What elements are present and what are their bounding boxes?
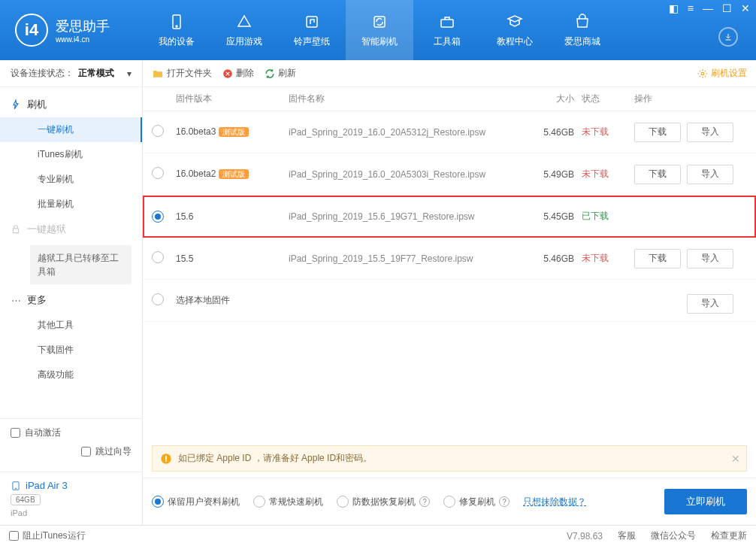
app-header: i4 爱思助手 www.i4.cn 我的设备 应用游戏 铃声壁纸 智能刷机 工具… [0,0,756,60]
sidebar-item-quickflash[interactable]: 一键刷机 [0,117,142,142]
import-local-button[interactable]: 导入 [687,294,733,314]
sidebar-item-itunes[interactable]: iTunes刷机 [0,142,142,167]
firmware-row[interactable]: 15.5 iPad_Spring_2019_15.5_19F77_Restore… [143,238,756,280]
nav-flash[interactable]: 智能刷机 [346,0,413,60]
svg-point-1 [176,26,177,27]
firmware-row[interactable]: 16.0beta2测试版 iPad_Spring_2019_16.0_20A53… [143,153,756,196]
svg-rect-4 [441,20,453,27]
flash-settings-button[interactable]: 刷机设置 [697,67,747,80]
theme-icon[interactable]: ◧ [669,3,679,14]
footer-wechat[interactable]: 微信公众号 [651,529,696,542]
auto-activate-checkbox[interactable]: 自动激活 [11,426,132,439]
import-button[interactable]: 导入 [687,123,733,142]
minimize-icon[interactable]: — [703,3,713,14]
main-panel: 打开文件夹 删除 刷新 刷机设置 固件版本 固件名称 大小 状态 操作 16.0… [143,60,756,525]
skip-guide-checkbox[interactable]: 跳过向导 [81,445,132,458]
nav-apps[interactable]: 应用游戏 [210,0,278,60]
help-icon[interactable]: ? [499,496,510,507]
flash-now-button[interactable]: 立即刷机 [664,489,747,514]
version-label: V7.98.63 [567,531,603,541]
footer-support[interactable]: 客服 [618,529,636,542]
footer-update[interactable]: 检查更新 [711,529,747,542]
footer: 阻止iTunes运行 V7.98.63 客服 微信公众号 检查更新 [0,525,756,546]
nav-ringtone[interactable]: 铃声壁纸 [278,0,346,60]
sidebar-item-advanced[interactable]: 高级功能 [0,362,142,387]
svg-rect-2 [307,17,317,27]
device-info[interactable]: iPad Air 3 64GB iPad [0,472,142,525]
logo-icon: i4 [15,14,48,47]
flash-opt-quick[interactable]: 常规快速刷机 [253,496,323,508]
logo: i4 爱思助手 www.i4.cn [0,14,143,47]
radio-firmware[interactable] [152,167,164,179]
flash-options-bar: 保留用户资料刷机 常规快速刷机 防数据恢复刷机? 修复刷机? 只想抹除数据？ 立… [143,478,756,525]
flash-opt-anti-recovery[interactable]: 防数据恢复刷机? [337,496,430,508]
nav-tabs: 我的设备 应用游戏 铃声壁纸 智能刷机 工具箱 教程中心 爱思商城 [143,0,756,60]
close-icon[interactable]: ✕ [741,3,750,14]
flash-opt-repair[interactable]: 修复刷机? [443,496,510,508]
sidebar-item-batch[interactable]: 批量刷机 [0,192,142,217]
maximize-icon[interactable]: ☐ [722,3,732,14]
window-controls: ◧ ≡ — ☐ ✕ [669,3,750,14]
notice-close-icon[interactable]: ✕ [731,453,740,465]
block-itunes-checkbox[interactable]: 阻止iTunes运行 [9,529,86,542]
svg-point-7 [15,487,16,488]
sidebar-group-flash[interactable]: 刷机 [0,92,142,117]
table-header: 固件版本 固件名称 大小 状态 操作 [143,87,756,111]
svg-rect-5 [14,229,19,233]
download-button[interactable]: 下载 [634,249,681,268]
svg-point-9 [701,72,704,75]
import-button[interactable]: 导入 [687,249,733,268]
firmware-row[interactable]: 16.0beta3测试版 iPad_Spring_2019_16.0_20A53… [143,111,756,153]
jailbreak-note: 越狱工具已转移至工具箱 [30,245,132,284]
help-icon[interactable]: ? [419,496,430,507]
open-folder-button[interactable]: 打开文件夹 [152,67,212,80]
radio-firmware[interactable] [152,125,164,137]
nav-toolbox[interactable]: 工具箱 [413,0,481,60]
sidebar-group-jailbreak: 一键越狱 [0,217,142,242]
radio-firmware[interactable] [152,251,164,263]
local-firmware-row[interactable]: 选择本地固件 导入 [143,280,756,322]
sidebar-item-othertools[interactable]: 其他工具 [0,313,142,338]
sidebar-item-downloadfw[interactable]: 下载固件 [0,338,142,362]
download-indicator[interactable] [718,27,738,47]
radio-firmware[interactable] [152,211,164,223]
firmware-row[interactable]: 15.6 iPad_Spring_2019_15.6_19G71_Restore… [143,196,756,238]
app-name: 爱思助手 [56,17,110,35]
toolbar: 打开文件夹 删除 刷新 刷机设置 [143,60,756,87]
download-button[interactable]: 下载 [634,123,681,142]
refresh-button[interactable]: 刷新 [265,67,296,80]
delete-button[interactable]: 删除 [222,67,254,80]
connection-status: 设备连接状态： 正常模式 ▾ [0,60,142,87]
app-url: www.i4.cn [56,35,110,44]
nav-my-device[interactable]: 我的设备 [143,0,210,60]
sidebar: 设备连接状态： 正常模式 ▾ 刷机 一键刷机 iTunes刷机 专业刷机 批量刷… [0,60,143,525]
sidebar-group-more[interactable]: ⋯ 更多 [0,287,142,313]
download-button[interactable]: 下载 [634,165,681,184]
nav-store[interactable]: 爱思商城 [549,0,616,60]
erase-only-link[interactable]: 只想抹除数据？ [523,496,586,508]
apple-id-notice: 如已绑定 Apple ID ，请准备好 Apple ID和密码。 ✕ [152,445,747,472]
radio-local[interactable] [152,293,164,305]
import-button[interactable]: 导入 [687,165,733,184]
menu-icon[interactable]: ≡ [688,3,694,14]
flash-opt-keep-data[interactable]: 保留用户资料刷机 [152,496,240,508]
sidebar-item-pro[interactable]: 专业刷机 [0,167,142,192]
nav-tutorial[interactable]: 教程中心 [481,0,549,60]
